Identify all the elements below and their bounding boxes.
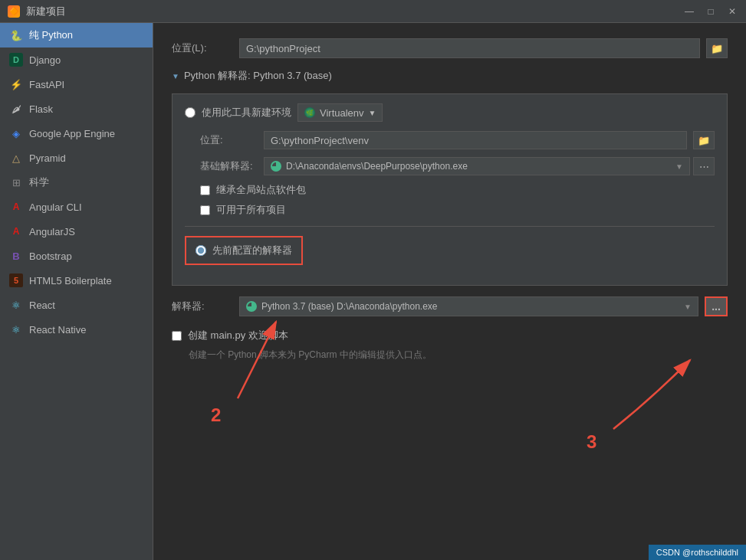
divider <box>185 226 715 227</box>
new-env-radio[interactable] <box>185 107 196 118</box>
sidebar-label-angular-cli: Angular CLI <box>29 201 82 213</box>
virtualenv-caret: ▼ <box>369 109 376 117</box>
angularjs-icon: A <box>9 224 23 238</box>
sidebar: 🐍 纯 Python D Django ⚡ FastAPI 🌶 Flask ◈ … <box>0 23 153 560</box>
inherit-checkbox-row: 继承全局站点软件包 <box>200 183 715 197</box>
available-checkbox[interactable] <box>200 205 210 215</box>
new-env-radio-group: 使用此工具新建环境 🌿 Virtualenv ▼ <box>185 103 715 122</box>
sidebar-item-flask[interactable]: 🌶 Flask <box>0 97 153 121</box>
interpreter-select-row: 解释器: Python 3.7 (base) D:\Anaconda\pytho… <box>172 296 728 316</box>
sidebar-label-bootstrap: Bootstrap <box>29 251 72 262</box>
sidebar-item-angularjs[interactable]: A AngularJS <box>0 219 153 244</box>
collapse-arrow[interactable]: ▼ <box>172 72 179 80</box>
bootstrap-icon: B <box>9 249 23 263</box>
arrow-3-path <box>613 360 690 429</box>
virtualenv-label: Virtualenv <box>320 107 364 119</box>
create-mainpy-checkbox[interactable] <box>172 331 182 341</box>
base-interpreter-label: 基础解释器: <box>200 159 258 173</box>
flask-icon: 🌶 <box>9 102 23 116</box>
sidebar-item-django[interactable]: D Django <box>0 47 153 72</box>
base-interpreter-select[interactable]: D:\Anaconda\envs\DeepPurpose\python.exe … <box>264 157 690 175</box>
maximize-button[interactable]: □ <box>705 5 717 18</box>
interpreter-select-dropdown[interactable]: Python 3.7 (base) D:\Anaconda\python.exe… <box>239 296 698 316</box>
sidebar-item-fastapi[interactable]: ⚡ FastAPI <box>0 72 153 97</box>
interpreter-ellipsis-button[interactable]: ... <box>705 296 728 316</box>
interpreter-section-title: Python 解释器: Python 3.7 (base) <box>184 69 332 83</box>
sidebar-label-react: React <box>29 300 55 311</box>
react-native-icon: ⚛ <box>9 323 23 336</box>
annotation-2: 2 <box>211 404 221 425</box>
angular-cli-icon: A <box>9 200 23 214</box>
titlebar-title: 🔶 新建项目 <box>8 5 66 18</box>
location-label: 位置(L): <box>172 41 233 55</box>
location-row: 位置(L): 📁 <box>172 38 728 58</box>
preconfigured-radio[interactable] <box>196 245 206 256</box>
arrow-3-group: 3 <box>587 360 690 452</box>
sidebar-item-gae[interactable]: ◈ Google App Engine <box>0 121 153 146</box>
annotation-3: 3 <box>587 431 596 452</box>
location-sub-input[interactable] <box>264 131 687 149</box>
sidebar-label-flask: Flask <box>29 103 53 115</box>
location-folder-button[interactable]: 📁 <box>706 38 728 58</box>
location-sub-folder-button[interactable]: 📁 <box>693 131 715 149</box>
sidebar-label-pure-python: 纯 Python <box>29 28 73 42</box>
base-interpreter-folder-button[interactable]: ⋯ <box>693 157 715 175</box>
preconfigured-section: 先前配置的解释器 <box>185 236 303 265</box>
inherit-checkbox-label: 继承全局站点软件包 <box>216 183 306 197</box>
interpreter-select-icon <box>246 301 257 312</box>
science-icon: ⊞ <box>9 175 23 189</box>
sidebar-item-angular-cli[interactable]: A Angular CLI <box>0 195 153 219</box>
create-section: 创建 main.py 欢迎脚本 创建一个 Python 脚本来为 PyCharm… <box>172 329 728 362</box>
sidebar-label-react-native: React Native <box>29 324 86 336</box>
indented-form: 位置: 📁 基础解释器: D:\Anaconda\envs\DeepPurpos… <box>200 131 715 217</box>
preconfigured-label: 先前配置的解释器 <box>212 244 292 257</box>
python-icon: 🐍 <box>9 28 23 42</box>
close-button[interactable]: ✕ <box>726 5 738 18</box>
sidebar-label-angularjs: AngularJS <box>29 226 75 237</box>
inherit-checkbox[interactable] <box>200 185 210 195</box>
interpreter-select-value: Python 3.7 (base) D:\Anaconda\python.exe <box>261 301 437 312</box>
fastapi-icon: ⚡ <box>9 77 23 91</box>
base-interp-caret: ▼ <box>675 162 683 171</box>
base-interpreter-row: 基础解释器: D:\Anaconda\envs\DeepPurpose\pyth… <box>200 157 715 175</box>
location-sub-row: 位置: 📁 <box>200 131 715 149</box>
interpreter-select-caret: ▼ <box>684 303 692 311</box>
create-checkbox-row: 创建 main.py 欢迎脚本 <box>172 329 728 342</box>
sidebar-item-html5[interactable]: 5 HTML5 Boilerplate <box>0 268 153 293</box>
django-icon: D <box>9 53 23 67</box>
create-desc: 创建一个 Python 脚本来为 PyCharm 中的编辑提供入口点。 <box>189 349 728 362</box>
sidebar-label-pyramid: Pyramid <box>29 152 66 164</box>
bottom-bar: CSDN @rothschilddhl <box>649 545 746 560</box>
interpreter-section-content: 使用此工具新建环境 🌿 Virtualenv ▼ 位置: 📁 基础解释器: <box>172 93 728 286</box>
pyramid-icon: △ <box>9 151 23 165</box>
available-checkbox-row: 可用于所有项目 <box>200 203 715 217</box>
location-sub-label: 位置: <box>200 133 258 147</box>
react-icon: ⚛ <box>9 298 23 312</box>
app-icon: 🔶 <box>8 5 20 18</box>
interpreter-section-header: ▼ Python 解释器: Python 3.7 (base) <box>172 69 728 83</box>
sidebar-item-react[interactable]: ⚛ React <box>0 293 153 317</box>
create-checkbox-label: 创建 main.py 欢迎脚本 <box>188 329 288 342</box>
content-area: 位置(L): 📁 ▼ Python 解释器: Python 3.7 (base)… <box>153 23 746 560</box>
sidebar-item-pure-python[interactable]: 🐍 纯 Python <box>0 23 153 47</box>
sidebar-item-pyramid[interactable]: △ Pyramid <box>0 146 153 170</box>
interpreter-row-label: 解释器: <box>172 300 233 313</box>
sidebar-item-science[interactable]: ⊞ 科学 <box>0 170 153 195</box>
available-checkbox-label: 可用于所有项目 <box>216 203 286 217</box>
titlebar: 🔶 新建项目 — □ ✕ <box>0 0 746 23</box>
location-input[interactable] <box>239 38 700 58</box>
virtualenv-icon: 🌿 <box>304 107 315 118</box>
sidebar-item-bootstrap[interactable]: B Bootstrap <box>0 244 153 268</box>
sidebar-item-react-native[interactable]: ⚛ React Native <box>0 317 153 342</box>
new-env-label: 使用此工具新建环境 <box>202 106 291 120</box>
virtualenv-dropdown[interactable]: 🌿 Virtualenv ▼ <box>297 103 383 122</box>
bottom-bar-text: CSDN @rothschilddhl <box>656 548 738 557</box>
sidebar-label-html5: HTML5 Boilerplate <box>29 275 112 287</box>
titlebar-controls: — □ ✕ <box>683 5 738 18</box>
titlebar-text: 新建项目 <box>26 5 66 18</box>
sidebar-label-django: Django <box>29 54 61 66</box>
gae-icon: ◈ <box>9 126 23 140</box>
main-container: 🐍 纯 Python D Django ⚡ FastAPI 🌶 Flask ◈ … <box>0 23 746 560</box>
minimize-button[interactable]: — <box>683 5 695 18</box>
html5-icon: 5 <box>9 273 23 287</box>
